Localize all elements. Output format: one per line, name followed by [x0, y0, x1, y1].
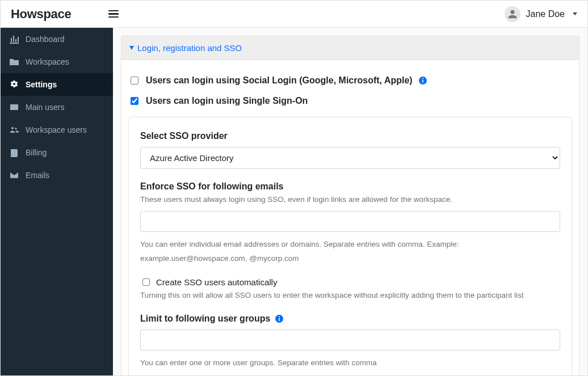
- folder-icon: [10, 57, 19, 66]
- auto-create-checkbox[interactable]: [142, 278, 150, 286]
- svg-rect-1: [422, 80, 423, 83]
- avatar-icon: [505, 6, 520, 22]
- sidebar-item-label: Workspaces: [26, 57, 69, 66]
- social-login-checkbox[interactable]: [131, 77, 138, 85]
- auto-create-row: Create SSO users automatically: [140, 277, 560, 288]
- sidebar-item-label: Dashboard: [26, 35, 65, 44]
- svg-point-2: [422, 78, 423, 79]
- limit-groups-help: You can enter one or more user groups. S…: [140, 357, 560, 369]
- enforce-sso-label: Enforce SSO for following emails: [140, 181, 560, 192]
- sidebar-item-workspace-users[interactable]: Workspace users: [1, 119, 113, 141]
- limit-groups-label: Limit to following user groups: [140, 314, 560, 324]
- hamburger-menu[interactable]: [105, 7, 122, 22]
- enforce-sso-help: You can enter individual email addresses…: [140, 239, 560, 250]
- social-login-label: Users can login using Social Login (Goog…: [146, 75, 413, 86]
- sso-checkbox[interactable]: [131, 97, 138, 105]
- chevron-down-icon: [573, 12, 577, 15]
- sso-provider-label: Select SSO provider: [140, 131, 560, 141]
- sidebar-item-label: Settings: [26, 80, 57, 89]
- limit-groups-input[interactable]: [140, 329, 560, 350]
- svg-rect-4: [279, 318, 280, 321]
- svg-point-5: [279, 316, 280, 318]
- sidebar-item-workspaces[interactable]: Workspaces: [1, 50, 113, 73]
- info-icon[interactable]: [275, 314, 284, 323]
- social-login-row: Users can login using Social Login (Goog…: [125, 70, 576, 91]
- sidebar-item-label: Billing: [26, 148, 47, 157]
- sidebar-item-dashboard[interactable]: Dashboard: [1, 28, 113, 50]
- topbar: Howspace Jane Doe: [1, 1, 587, 28]
- sidebar-item-main-users[interactable]: Main users: [1, 96, 113, 119]
- sidebar-item-billing[interactable]: Billing: [1, 141, 113, 164]
- chart-icon: [10, 35, 19, 44]
- sso-row: Users can login using Single Sign-On: [125, 91, 576, 111]
- panel-title: Login, registration and SSO: [137, 43, 242, 53]
- envelope-icon: [10, 171, 19, 180]
- panel-body: Users can login using Social Login (Goog…: [121, 60, 579, 375]
- sso-provider-select[interactable]: Azure Active Directory: [140, 147, 560, 169]
- sidebar-item-emails[interactable]: Emails: [1, 164, 113, 187]
- sidebar-item-settings[interactable]: Settings: [1, 73, 113, 96]
- sidebar: Dashboard Workspaces Settings Main users…: [1, 28, 113, 375]
- main-content: Login, registration and SSO Users can lo…: [113, 28, 587, 375]
- panel-header[interactable]: Login, registration and SSO: [121, 36, 579, 60]
- gears-icon: [10, 80, 19, 89]
- enforce-sso-desc: These users must always login using SSO,…: [140, 194, 560, 205]
- sidebar-item-label: Main users: [26, 103, 64, 112]
- auto-create-label: Create SSO users automatically: [156, 277, 277, 287]
- id-card-icon: [10, 103, 19, 112]
- brand-logo: Howspace: [11, 7, 71, 22]
- sidebar-item-label: Emails: [26, 171, 49, 180]
- info-icon[interactable]: [418, 76, 427, 85]
- book-icon: [10, 148, 19, 157]
- sidebar-item-label: Workspace users: [26, 125, 87, 134]
- auto-create-desc: Turning this on will allow all SSO users…: [140, 290, 560, 301]
- users-icon: [10, 125, 19, 134]
- user-menu[interactable]: Jane Doe: [505, 6, 578, 22]
- enforce-sso-example: example.user@howspace.com, @mycorp.com: [140, 253, 560, 264]
- sso-label: Users can login using Single Sign-On: [146, 96, 308, 106]
- enforce-sso-input[interactable]: [140, 211, 560, 232]
- sso-config-box: Select SSO provider Azure Active Directo…: [128, 117, 572, 375]
- caret-down-icon: [129, 46, 134, 50]
- username: Jane Doe: [526, 9, 565, 19]
